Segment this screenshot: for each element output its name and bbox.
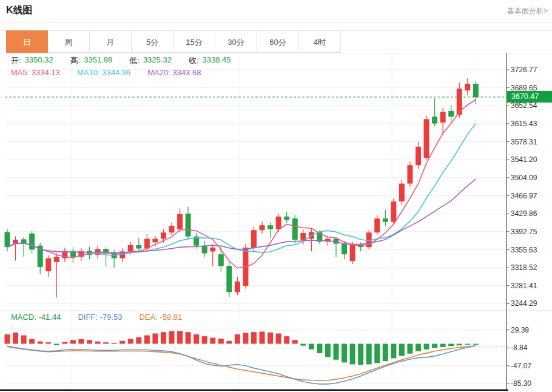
price-axis-tick: 3244.29 <box>511 299 537 308</box>
price-axis-tick: 3355.63 <box>511 246 537 254</box>
diff-label-value: DIFF: -79.53 <box>78 313 122 322</box>
price-axis-tick: 3281.41 <box>511 282 537 290</box>
current-price-badge: 3670.47 <box>507 91 552 103</box>
price-axis-tick: 3429.86 <box>511 209 537 218</box>
price-axis-tick: 3726.77 <box>511 66 537 74</box>
price-axis-tick: 3541.20 <box>511 155 537 164</box>
high-value: 3351.98 <box>84 55 112 66</box>
macd-axis-tick: -47.07 <box>511 362 531 370</box>
price-axis-tick: 3578.31 <box>511 138 537 146</box>
price-axis-tick: 3318.52 <box>511 263 537 272</box>
macd-axis-tick: -8.84 <box>511 343 527 352</box>
ma-legend: MA5: 3334.13 MA10: 3344.96 MA20: 3343.68 <box>11 68 201 77</box>
ma20-label-value: MA20: 3343.68 <box>147 68 201 77</box>
high-label: 高: <box>70 55 81 66</box>
ma5-label-value: MA5: 3334.13 <box>11 68 60 77</box>
open-label: 开: <box>11 55 21 66</box>
price-axis-tick: 3466.97 <box>511 192 537 200</box>
macd-axis-tick: -85.30 <box>511 379 531 388</box>
low-label: 低: <box>129 55 140 66</box>
macd-axis-tick: 29.39 <box>511 326 529 334</box>
close-value: 3338.45 <box>203 55 231 66</box>
close-label: 收: <box>189 55 199 66</box>
macd-label-value: MACD: -41.44 <box>11 313 61 322</box>
ma10-label-value: MA10: 3344.96 <box>77 68 130 77</box>
kline-page: K线图 基本面分析> 日周月5分15分30分60分4时 开: 3350.32 高… <box>0 0 552 392</box>
price-axis-tick: 3392.75 <box>511 228 537 236</box>
ohlc-legend: 开: 3350.32 高: 3351.98 低: 3325.32 收: 3338… <box>11 55 231 66</box>
price-axis-tick: 3615.43 <box>511 120 537 128</box>
macd-legend: MACD: -41.44 DIFF: -79.53 DEA: -58.81 <box>11 313 182 322</box>
price-axis-tick: 3504.09 <box>511 174 537 182</box>
low-value: 3325.32 <box>143 55 172 66</box>
dea-label-value: DEA: -58.81 <box>139 313 182 322</box>
open-value: 3350.32 <box>25 55 53 66</box>
